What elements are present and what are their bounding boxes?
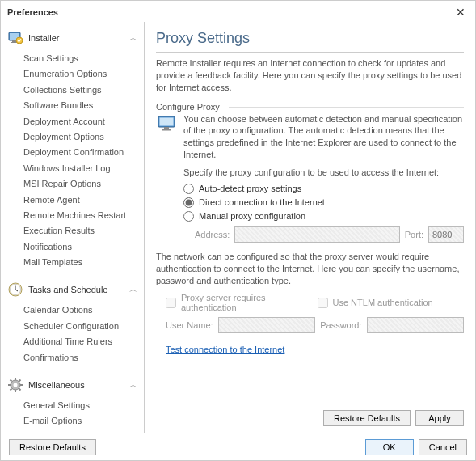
address-input[interactable]	[234, 226, 399, 243]
auth-text: The network can be configured so that th…	[156, 251, 464, 287]
sidebar-item[interactable]: Confirmations	[23, 350, 144, 366]
radio-manual[interactable]: Manual proxy configuration	[183, 209, 464, 223]
sidebar-item[interactable]: Scan Settings	[23, 51, 144, 66]
main-panel: Proxy Settings Remote Installer requires…	[145, 22, 475, 433]
radio-direct-input[interactable]	[183, 197, 194, 208]
group-text: You can choose between automatic detecti…	[183, 113, 464, 161]
chk-ntlm[interactable]	[318, 298, 328, 308]
page-title: Proxy Settings	[156, 30, 464, 47]
ok-button[interactable]: OK	[365, 439, 414, 455]
intro-text: Remote Installer requires an Internet co…	[156, 57, 464, 94]
section-label: Installer	[28, 33, 129, 43]
svg-line-17	[11, 389, 12, 391]
chk-label: Use NTLM authentication	[333, 298, 433, 307]
radio-label: Auto-detect proxy settings	[199, 184, 301, 193]
sidebar-item[interactable]: Collections Settings	[23, 82, 144, 98]
sidebar-item[interactable]: Deployment Options	[23, 129, 144, 145]
password-label: Password:	[320, 320, 361, 330]
address-label: Address:	[195, 230, 230, 239]
footer-restore-defaults-button[interactable]: Restore Defaults	[9, 439, 96, 455]
sidebar-item[interactable]: Notifications	[23, 239, 144, 255]
radio-label: Direct connection to the Internet	[199, 197, 325, 207]
port-input[interactable]	[428, 226, 464, 243]
sidebar-item[interactable]: Deployment Confirmation	[23, 145, 144, 160]
sidebar-item[interactable]: General Settings	[23, 398, 144, 413]
apply-button[interactable]: Apply	[415, 410, 464, 426]
svg-line-16	[19, 389, 21, 391]
svg-rect-20	[160, 117, 174, 125]
sidebar-item[interactable]: Windows Installer Log	[23, 161, 144, 176]
sidebar-item[interactable]: E-mail Options	[23, 413, 144, 429]
password-input[interactable]	[367, 317, 464, 333]
radio-direct[interactable]: Direct connection to the Internet	[183, 196, 464, 209]
svg-point-10	[14, 383, 18, 387]
sidebar-item[interactable]: Deployment Account	[23, 114, 144, 129]
sidebar-item[interactable]: MSI Repair Options	[23, 176, 144, 192]
divider	[156, 52, 464, 53]
test-connection-link[interactable]: Test connection to the Internet	[166, 345, 284, 354]
cancel-button[interactable]: Cancel	[419, 439, 467, 455]
sidebar-item[interactable]: Mail Templates	[23, 255, 144, 270]
chk-requires-auth[interactable]	[166, 298, 176, 308]
sidebar-item[interactable]: Execution Results	[23, 223, 144, 239]
svg-line-15	[11, 380, 12, 382]
close-icon[interactable]: ✕	[453, 6, 469, 19]
sidebar-item[interactable]: Remote Machines Restart	[23, 208, 144, 223]
radio-label: Manual proxy configuration	[199, 211, 305, 221]
chk-label: Proxy server requires authentication	[181, 293, 313, 312]
svg-rect-22	[162, 129, 171, 131]
sidebar-item[interactable]: Software Bundles	[23, 98, 144, 113]
clock-icon	[7, 281, 23, 298]
sidebar-item[interactable]: Additional Time Rulers	[23, 334, 144, 349]
port-label: Port:	[405, 230, 423, 239]
sidebar-item[interactable]: Program Database	[23, 429, 144, 433]
gear-icon	[7, 377, 23, 393]
username-input[interactable]	[218, 317, 315, 333]
installer-icon	[7, 30, 23, 46]
sidebar-item[interactable]: Remote Agent	[23, 192, 144, 208]
svg-line-18	[19, 380, 21, 382]
specify-text: Specify the proxy configuration to be us…	[183, 167, 464, 177]
section-header-installer[interactable]: Installer ︿	[4, 25, 144, 49]
group-label: Configure Proxy	[156, 102, 464, 112]
radio-manual-input[interactable]	[183, 211, 194, 222]
section-label: Tasks and Schedule	[28, 285, 129, 294]
radio-auto-input[interactable]	[183, 184, 194, 194]
chevron-up-icon: ︿	[129, 284, 137, 295]
chevron-up-icon: ︿	[129, 379, 137, 391]
sidebar-item[interactable]: Calendar Options	[23, 302, 144, 318]
sidebar-item[interactable]: Enumeration Options	[23, 66, 144, 82]
username-label: User Name:	[166, 320, 213, 330]
section-label: Miscellaneous	[28, 380, 129, 390]
window-title: Preferences	[7, 7, 58, 17]
sidebar: Installer ︿ Scan SettingsEnumeration Opt…	[1, 22, 145, 433]
section-header-misc[interactable]: Miscellaneous ︿	[4, 372, 144, 396]
svg-rect-21	[164, 127, 169, 129]
radio-auto-detect[interactable]: Auto-detect proxy settings	[183, 182, 464, 196]
restore-defaults-button[interactable]: Restore Defaults	[323, 410, 411, 426]
section-header-tasks[interactable]: Tasks and Schedule ︿	[4, 277, 144, 301]
sidebar-item[interactable]: Scheduler Configuration	[23, 319, 144, 334]
monitor-icon	[156, 113, 177, 161]
chevron-up-icon: ︿	[129, 32, 137, 44]
